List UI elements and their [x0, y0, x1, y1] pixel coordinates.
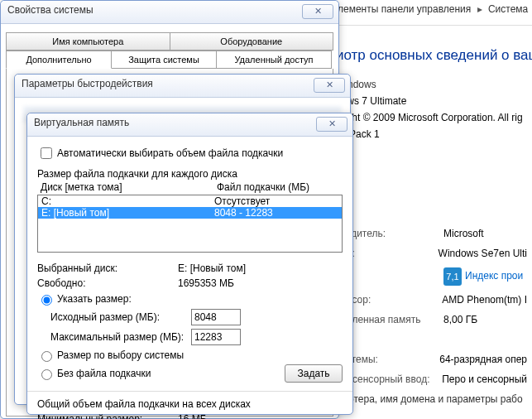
breadcrumb-item[interactable]: лементы панели управления: [338, 3, 471, 15]
set-button[interactable]: Задать: [285, 364, 343, 383]
pentouch-value: Перо и сенсорный: [442, 373, 527, 385]
list-item[interactable]: E: [Новый том] 8048 - 12283: [38, 207, 342, 219]
drive-name: C:: [41, 195, 214, 207]
processor-value: AMD Phenom(tm) I: [442, 294, 527, 306]
wei-link[interactable]: Индекс прои: [465, 270, 523, 282]
systemtype-value: 64-разрядная опер: [439, 354, 527, 365]
tab-system-protection[interactable]: Защита системы: [111, 51, 217, 69]
virtual-memory-titlebar[interactable]: Виртуальная память ✕: [27, 113, 352, 137]
page-heading: иотр основных сведений о вашем: [336, 47, 527, 64]
window-title: Свойства системы: [7, 4, 93, 16]
list-item[interactable]: C: Отсутствует: [38, 195, 342, 207]
drive-pagefile: 8048 - 12283: [214, 207, 338, 219]
close-icon: ✕: [326, 79, 333, 89]
system-managed-label: Размер по выбору системы: [57, 349, 184, 361]
close-icon: ✕: [314, 6, 322, 16]
free-space-label: Свободно:: [37, 277, 178, 289]
tab-remote[interactable]: Удаленный доступ: [216, 51, 332, 69]
max-size-input[interactable]: [191, 329, 241, 345]
chevron-right-icon: ▸: [477, 3, 482, 15]
system-managed-radio[interactable]: [41, 351, 52, 362]
drive-pagefile: Отсутствует: [214, 195, 338, 207]
initial-size-input[interactable]: [191, 309, 241, 325]
breadcrumb-item[interactable]: Система: [488, 3, 528, 15]
auto-manage-label: Автоматически выбирать объем файла подка…: [57, 147, 283, 159]
free-space-value: 1695353 МБ: [178, 277, 234, 289]
max-size-label: Максимальный размер (МБ):: [50, 331, 191, 343]
custom-size-radio[interactable]: [41, 295, 52, 306]
custom-size-label: Указать размер:: [57, 293, 132, 305]
manufacturer-value: Microsoft: [443, 228, 484, 239]
close-button[interactable]: ✕: [316, 117, 347, 132]
copyright-text: yright © 2009 Microsoft Corporation. All…: [336, 112, 527, 123]
control-panel-system-page: лементы панели управления ▸ Система иотр…: [331, 0, 532, 419]
computer-name-domain-text: пьютера, имя домена и параметры рабо: [336, 393, 527, 405]
close-button[interactable]: ✕: [314, 78, 345, 93]
window-title: Виртуальная память: [34, 117, 129, 128]
drives-list-caption: Размер файла подкачки для каждого диска: [37, 168, 343, 180]
tab-computer-name[interactable]: Имя компьютера: [6, 32, 170, 51]
performance-options-titlebar[interactable]: Параметры быстродействия ✕: [15, 75, 350, 98]
no-pagefile-label: Без файла подкачки: [57, 368, 151, 379]
min-size-value: 16 МБ: [178, 413, 207, 419]
list-header-pagefile: Файл подкачки (МБ): [217, 181, 341, 193]
drives-listbox[interactable]: C: Отсутствует E: [Новый том] 8048 - 122…: [37, 195, 343, 253]
virtual-memory-window: Виртуальная память ✕ Автоматически выбир…: [26, 113, 353, 415]
windows-edition: dows 7 Ultimate: [336, 95, 527, 107]
tab-hardware[interactable]: Оборудование: [170, 32, 334, 51]
close-button[interactable]: ✕: [302, 4, 333, 19]
selected-drive-label: Выбранный диск:: [37, 262, 178, 274]
service-pack: ce Pack 1: [336, 128, 527, 140]
window-title: Параметры быстродействия: [22, 78, 153, 89]
system-properties-titlebar[interactable]: Свойства системы ✕: [1, 1, 338, 24]
wei-score-icon: 7,1: [443, 267, 462, 286]
breadcrumb: лементы панели управления ▸ Система: [331, 0, 532, 25]
total-pagefile-caption: Общий объем файла подкачки на всех диска…: [37, 398, 343, 410]
selected-drive-value: E: [Новый том]: [178, 262, 246, 274]
no-pagefile-radio[interactable]: [41, 369, 52, 380]
auto-manage-checkbox[interactable]: [41, 147, 52, 159]
list-header-disk: Диск [метка тома]: [41, 181, 217, 193]
initial-size-label: Исходный размер (МБ):: [50, 311, 191, 323]
divider: [27, 391, 352, 392]
memory-value: 8,00 ГБ: [443, 314, 477, 325]
model-value: Windows Se7en Ulti: [439, 248, 527, 259]
tab-advanced[interactable]: Дополнительно: [6, 51, 112, 69]
close-icon: ✕: [328, 118, 336, 128]
drive-name: E: [Новый том]: [41, 207, 214, 219]
rating-value: 7,1Индекс прои: [443, 267, 523, 286]
section-label: Windows: [336, 79, 527, 90]
min-size-label: Минимальный размер:: [37, 413, 178, 419]
